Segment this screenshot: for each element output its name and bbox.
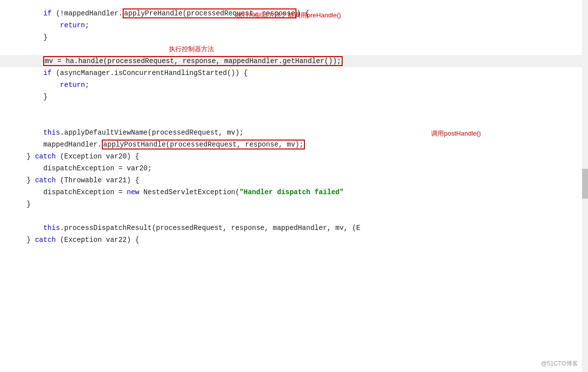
code-line-16: dispatchException = new NestedServletExc… [0, 186, 588, 198]
code-line-blank1: 执行控制器方法 [0, 43, 588, 55]
code-line-3: } [0, 31, 588, 43]
code-line-17: } [0, 198, 588, 210]
code-line-7: return; [0, 79, 588, 91]
code-line-blank3 [0, 115, 588, 127]
code-line-11: this.applyDefaultViewName(processedReque… [0, 127, 588, 139]
code-line-20: } catch (Exception var22) { [0, 234, 588, 246]
code-line-13: } catch (Exception var20) { [0, 150, 588, 162]
code-line-14: dispatchException = var20; [0, 162, 588, 174]
scrollbar-vertical[interactable] [582, 0, 588, 372]
code-line-15: } catch (Throwable var21) { [0, 174, 588, 186]
code-line-6: if (asyncManager.isConcurrentHandlingSta… [0, 67, 588, 79]
code-line-2: return; [0, 19, 588, 31]
annotation-execute-method: 执行控制器方法 [169, 43, 214, 55]
code-line-12: mappedHandler.applyPostHandle(processedR… [0, 139, 588, 150]
code-line-19: this.processDispatchResult(processedRequ… [0, 222, 588, 234]
code-line-blank4 [0, 210, 588, 222]
scrollbar-thumb[interactable] [582, 169, 588, 199]
code-viewer: if (!mappedHandler.applyPreHandle(proces… [0, 0, 588, 372]
code-line-blank2 [0, 103, 588, 115]
code-line-5: mv = ha.handle(processedRequest, respons… [0, 55, 588, 67]
code-line-1: if (!mappedHandler.applyPreHandle(proces… [0, 7, 588, 19]
watermark: @51CTO博客 [541, 360, 578, 368]
annotation-posthandle: 调用postHandle() [431, 128, 481, 140]
code-line-8: } [0, 91, 588, 103]
